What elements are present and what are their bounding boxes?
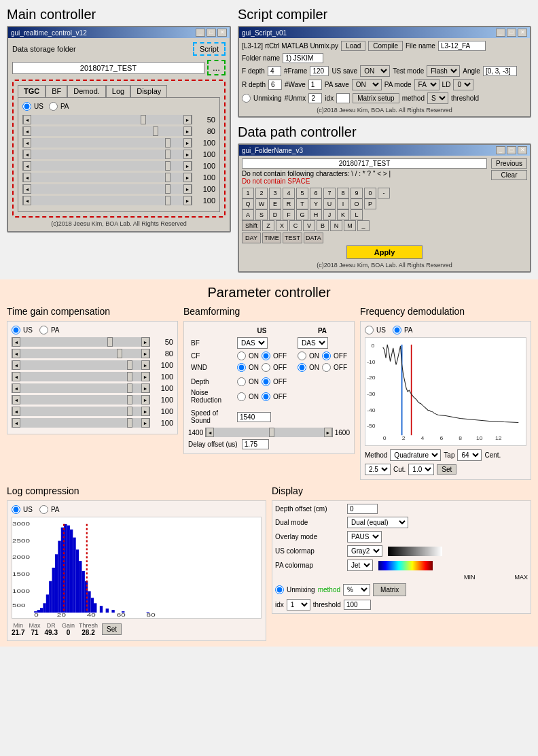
key-s[interactable]: S — [255, 209, 268, 220]
slider-track-8[interactable]: ◄ ► — [22, 196, 192, 205]
dpc-maximize[interactable]: □ — [507, 146, 516, 154]
tgc-track-7[interactable]: ◄ ► — [12, 407, 150, 416]
wnd-pa-on-label[interactable]: ON — [298, 363, 319, 372]
pa-radio[interactable] — [49, 102, 58, 111]
frame-input[interactable] — [310, 66, 329, 76]
log-us-radio-label[interactable]: US — [12, 505, 33, 514]
tgc-pa-radio-label[interactable]: PA — [39, 326, 60, 334]
sc-minimize[interactable]: _ — [496, 29, 505, 37]
disp-unmixing-radio-label[interactable]: Unmixing — [275, 585, 315, 594]
pa-mode-select[interactable]: FA — [414, 79, 440, 90]
dual-mode-select[interactable]: Dual (equal) Dual (unequal) — [347, 517, 408, 528]
wnd-us-on-label[interactable]: ON — [237, 363, 259, 372]
unmixing-radio[interactable] — [242, 94, 251, 103]
tgc-us-radio[interactable] — [12, 326, 20, 334]
key-u[interactable]: U — [323, 199, 336, 209]
key-z[interactable]: Z — [262, 220, 274, 231]
key-day[interactable]: DAY — [242, 233, 261, 243]
key-h[interactable]: H — [310, 209, 322, 220]
key-3[interactable]: 3 — [269, 188, 281, 199]
folder-input[interactable]: 20180717_TEST — [12, 62, 204, 74]
us-radio[interactable] — [22, 102, 31, 111]
depth-off[interactable] — [262, 377, 270, 386]
slider-right-1[interactable]: ► — [183, 115, 192, 124]
tgc-us-radio-label[interactable]: US — [12, 326, 33, 334]
key-a[interactable]: A — [242, 209, 254, 220]
depth-on-label[interactable]: ON — [237, 377, 259, 386]
key-o[interactable]: O — [351, 199, 363, 209]
bf-us-select[interactable]: DAS — [237, 337, 268, 349]
overlay-mode-select[interactable]: PAUS — [347, 531, 382, 543]
dpc-minimize[interactable]: _ — [496, 146, 505, 154]
key-7[interactable]: 7 — [323, 188, 336, 199]
cf-us-off-label[interactable]: OFF — [262, 351, 287, 360]
sos-slider[interactable]: ◄ ► — [205, 428, 333, 437]
tgc-track-5[interactable]: ◄ ► — [12, 383, 150, 393]
key-9[interactable]: 9 — [351, 188, 363, 199]
cf-us-on[interactable] — [237, 351, 246, 360]
slider-track-2[interactable]: ◄ ► — [22, 126, 192, 136]
idx-input[interactable] — [336, 93, 350, 103]
tab-demod[interactable]: Demod. — [67, 85, 106, 97]
pa-colormap-select[interactable]: Jet — [347, 560, 373, 571]
noise-off[interactable] — [262, 392, 270, 401]
key-4[interactable]: 4 — [283, 188, 295, 199]
slider-track-5[interactable]: ◄ ► — [22, 161, 192, 171]
threshold-input[interactable] — [344, 600, 371, 610]
close-btn[interactable]: ✕ — [217, 29, 227, 37]
slider-track-7[interactable]: ◄ ► — [22, 184, 192, 194]
previous-button[interactable]: Previous — [491, 158, 527, 169]
tab-bf[interactable]: BF — [46, 85, 67, 97]
cf-pa-off[interactable] — [322, 351, 331, 360]
log-set-button[interactable]: Set — [102, 623, 122, 635]
depth-off-label[interactable]: OFF — [262, 377, 287, 386]
noise-on-label[interactable]: ON — [237, 392, 259, 401]
wnd-us-on[interactable] — [237, 363, 246, 372]
angle-input[interactable] — [483, 66, 517, 76]
cut-select[interactable]: 1.0 — [408, 464, 434, 475]
sos-input[interactable] — [237, 412, 271, 422]
unmixing-radio-label[interactable]: Unmixing — [242, 94, 282, 103]
us-colormap-select[interactable]: Gray2 — [347, 545, 382, 557]
pa-save-select[interactable]: ONOFF — [352, 79, 382, 90]
script-button[interactable]: Script — [193, 42, 226, 56]
us-save-select[interactable]: ONOFF — [360, 65, 390, 77]
tab-tgc[interactable]: TGC — [18, 85, 46, 97]
tgc-track-2[interactable]: ◄ ► — [12, 349, 150, 358]
key-e[interactable]: E — [269, 199, 281, 209]
tgc-pa-radio[interactable] — [39, 326, 48, 334]
key-f[interactable]: F — [283, 209, 295, 220]
sc-maximize[interactable]: □ — [507, 29, 516, 37]
key-j[interactable]: J — [323, 209, 336, 220]
folder-name-input[interactable] — [283, 53, 323, 63]
cf-pa-on-label[interactable]: ON — [298, 351, 319, 360]
noise-off-label[interactable]: OFF — [262, 392, 287, 401]
cf-us-on-label[interactable]: ON — [237, 351, 259, 360]
slider-track-1[interactable]: ◄ ► — [22, 115, 192, 124]
dpc-folder-input[interactable] — [242, 158, 487, 169]
key-m[interactable]: M — [344, 220, 356, 231]
depth-on[interactable] — [237, 377, 246, 386]
ld-select[interactable]: 0 — [453, 79, 473, 90]
tab-log[interactable]: Log — [106, 85, 130, 97]
key-6[interactable]: 6 — [310, 188, 322, 199]
unmx-num-input[interactable] — [308, 93, 322, 103]
key-8[interactable]: 8 — [337, 188, 349, 199]
key-shift[interactable]: Shift — [242, 220, 261, 231]
slider-track-4[interactable]: ◄ ► — [22, 150, 192, 159]
key-g[interactable]: G — [296, 209, 308, 220]
key-1[interactable]: 1 — [242, 188, 254, 199]
matrix-setup-button[interactable]: Matrix setup — [353, 93, 399, 103]
fd-pa-radio[interactable] — [393, 326, 401, 334]
slider-left-1[interactable]: ◄ — [23, 115, 31, 124]
tgc-track-6[interactable]: ◄ ► — [12, 395, 150, 405]
wnd-us-off-label[interactable]: OFF — [262, 363, 287, 372]
fd-us-radio[interactable] — [365, 326, 374, 334]
tgc-track-4[interactable]: ◄ ► — [12, 372, 150, 381]
key-n[interactable]: N — [330, 220, 342, 231]
cf-us-off[interactable] — [262, 351, 270, 360]
disp-method-select[interactable]: % — [343, 584, 370, 596]
method-select[interactable]: S — [427, 92, 448, 104]
wnd-us-off[interactable] — [262, 363, 270, 372]
log-pa-radio-label[interactable]: PA — [39, 505, 60, 514]
